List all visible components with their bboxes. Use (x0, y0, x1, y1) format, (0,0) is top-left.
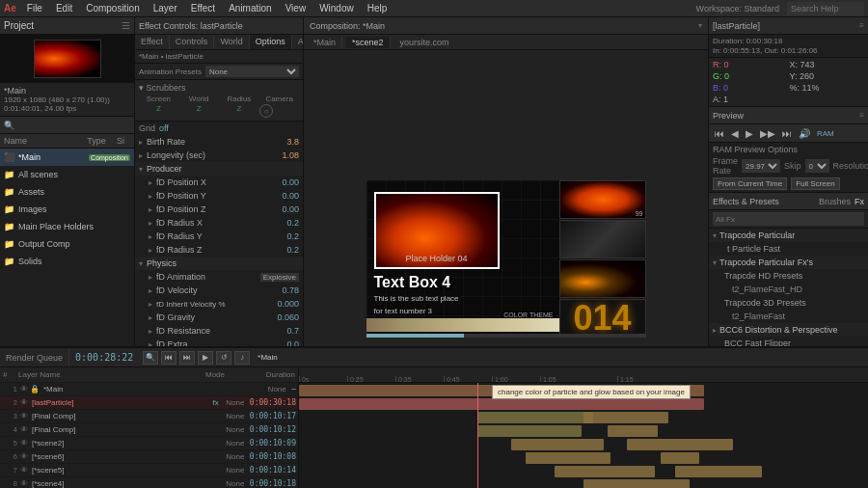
proj-item-solids[interactable]: 📁 Solids (0, 253, 134, 270)
param-pos-x[interactable]: ▸ fD Position X 0.00 (135, 176, 303, 189)
proj-item-images[interactable]: 📁 Images (0, 201, 134, 218)
preview-menu-icon[interactable]: ≡ (859, 111, 864, 120)
ram-row: RAM Preview Options (713, 145, 864, 154)
param-pos-y[interactable]: ▸ fD Position Y 0.00 (135, 189, 303, 203)
tab-about[interactable]: About (292, 35, 304, 49)
prev-first-btn[interactable]: ⏮ (713, 128, 726, 139)
tl-tab-main[interactable]: *Main (258, 353, 277, 362)
param-resistance[interactable]: ▸ fD Resistance 0.7 (135, 324, 303, 338)
tl-layer-4[interactable]: 4 👁 [Final Comp] None 0:00:10:12 (0, 423, 298, 437)
timeline-panel: Render Queue 0:00:28:22 🔍 ⏮ ⏭ ▶ ↺ ♪ *Mai… (0, 346, 868, 488)
tl-layer-3[interactable]: 3 👁 [Final Comp] None 0:00:10:17 (0, 410, 298, 423)
proj-item-assets[interactable]: 📁 Assets (0, 183, 134, 201)
param-animation[interactable]: ▸ fD Animation Explosive (135, 270, 303, 284)
proj-item-allscenes[interactable]: 📁 All scenes (0, 166, 134, 183)
param-birthrate[interactable]: ▸ Birth Rate 3.8 (135, 135, 303, 149)
prev-ram-btn[interactable]: RAM (815, 129, 836, 138)
menu-file[interactable]: File (24, 3, 45, 14)
prev-last-btn[interactable]: ⏭ (780, 128, 794, 139)
fps-row: Frame Rate 29.9724 Skip 0 Resolution Aut… (713, 156, 864, 176)
tab-options[interactable]: Options (250, 35, 292, 49)
param-group-producer[interactable]: ▾ Producer (135, 162, 303, 176)
param-longevity[interactable]: ▸ Longevity (sec) 1.08 (135, 149, 303, 162)
param-inherit-vel[interactable]: ▸ fD Inherit Velocity % 0.000 (135, 297, 303, 311)
full-screen-btn[interactable]: Full Screen (791, 177, 839, 190)
prev-back-btn[interactable]: ◀ (729, 128, 741, 139)
param-pos-z[interactable]: ▸ fD Position Z 0.00 (135, 203, 303, 216)
animation-presets-select[interactable]: None (205, 66, 299, 77)
menu-window[interactable]: Window (316, 3, 357, 14)
comp-tab-main[interactable]: *Main (308, 37, 342, 48)
info-menu-icon[interactable]: ≡ (859, 21, 864, 30)
tl-loop-btn[interactable]: ↺ (216, 351, 231, 365)
proj-item-outputcomp[interactable]: 📁 Output Comp (0, 235, 134, 253)
ep-group-bcc6[interactable]: ▸ BCC6 Distortion & Perspective (709, 323, 868, 337)
eye-icon-3: 👁 (20, 412, 28, 420)
param-gravity[interactable]: ▸ fD Gravity 0.060 (135, 311, 303, 324)
tl-hdr-mode: Mode (198, 370, 232, 379)
expand-icon-radz: ▸ (149, 246, 152, 255)
menu-layer[interactable]: Layer (150, 3, 180, 14)
ep-flamefast-hd[interactable]: t2_FlameFast_HD (709, 283, 868, 296)
prev-play-btn[interactable]: ▶ (744, 128, 755, 139)
param-rad-z[interactable]: ▸ fD Radius Z 0.2 (135, 243, 303, 257)
param-group-physics[interactable]: ▾ Physics (135, 257, 303, 270)
menu-edit[interactable]: Edit (53, 3, 75, 14)
prev-fwd-btn[interactable]: ▶▶ (758, 128, 777, 139)
tl-play-btn[interactable]: ▶ (198, 351, 213, 365)
tl-layer-6[interactable]: 6 👁 [*scene6] None 0:00:10:08 (0, 450, 298, 464)
scrubber-z-world: Z (179, 104, 219, 118)
tl-layer-1[interactable]: 1 👁 🔒 *Main None — (0, 383, 298, 396)
comp-tab-scene2[interactable]: *scene2 (346, 37, 391, 48)
menu-view[interactable]: View (283, 3, 310, 14)
tab-effect-main[interactable]: Effect (135, 35, 170, 49)
param-name-resist: fD Resistance (156, 326, 286, 336)
ep-3d-presets[interactable]: Trapcode 3D Presets (709, 296, 868, 310)
param-velocity[interactable]: ▸ fD Velocity 0.78 (135, 284, 303, 297)
param-name-birthrate: Birth Rate (147, 137, 286, 147)
tl-end-btn[interactable]: ⏭ (179, 351, 195, 365)
ep-brushes-tab[interactable]: Brushes (819, 197, 851, 206)
ep-search-input[interactable] (713, 212, 864, 226)
ep-group-trapcode-fx[interactable]: ▾ Trapcode Particular Fx's (709, 256, 868, 269)
ep-ffhd-label: t2_FlameFast_HD (732, 285, 802, 294)
tab-controls-options[interactable]: Controls (170, 35, 215, 49)
project-search-input[interactable] (0, 117, 134, 134)
tl-hdr-num: # (3, 370, 18, 379)
tl-layer-5[interactable]: 5 👁 [*scene2] None 0:00:10:09 (0, 437, 298, 450)
tl-home-btn[interactable]: ⏮ (161, 351, 176, 365)
param-rad-y[interactable]: ▸ fD Radius Y 0.2 (135, 230, 303, 243)
scrubber-camera-btn[interactable]: ○ (259, 104, 273, 118)
ep-hd-presets[interactable]: Trapcde HD Presets (709, 269, 868, 283)
prev-audio-btn[interactable]: 🔊 (797, 128, 812, 139)
menu-animation[interactable]: Animation (226, 3, 274, 14)
comp-tab-yoursite[interactable]: yoursite.com (394, 37, 455, 48)
ep-flamefast[interactable]: t2_FlameFast (709, 310, 868, 323)
tl-num-8: 8 (2, 479, 17, 488)
tl-dur-5: 0:00:10:09 (250, 439, 296, 447)
param-rad-x[interactable]: ▸ fD Radius X 0.2 (135, 216, 303, 230)
tl-audio-btn[interactable]: ♪ (234, 351, 250, 365)
project-thumbnail (0, 35, 134, 83)
ep-fx-tab[interactable]: Fx (854, 197, 864, 206)
proj-item-main[interactable]: ⬛ *Main Composition (0, 149, 134, 166)
tl-layer-2[interactable]: 2 👁 [lastParticle] fx None 0:00:30:18 (0, 396, 298, 410)
ep-particle-fast[interactable]: t Particle Fast (709, 242, 868, 256)
tab-world[interactable]: World (214, 35, 249, 49)
proj-item-mainplaceholders[interactable]: 📁 Main Place Holders (0, 218, 134, 235)
menu-effect[interactable]: Effect (188, 3, 218, 14)
project-menu-icon[interactable]: ☰ (122, 20, 130, 31)
search-help-input[interactable] (787, 2, 864, 15)
param-name-physics: Physics (147, 258, 299, 268)
ep-group-trapcode[interactable]: ▾ Trapcode Particular (709, 229, 868, 242)
menu-help[interactable]: Help (365, 3, 391, 14)
framerate-select[interactable]: 29.9724 (742, 159, 780, 173)
comp-header-options[interactable]: ▾ (698, 21, 702, 30)
tl-layer-7[interactable]: 7 👁 [*scene5] None 0:00:10:14 (0, 464, 298, 477)
from-current-btn[interactable]: From Current Time (713, 177, 787, 190)
skip-select[interactable]: 0 (805, 159, 829, 173)
tl-search-btn[interactable]: 🔍 (143, 351, 158, 365)
menu-composition[interactable]: Composition (83, 3, 143, 14)
tl-layer-8[interactable]: 8 👁 [*scene4] None 0:00:10:18 (0, 477, 298, 488)
param-name-radx: fD Radius X (156, 218, 286, 228)
